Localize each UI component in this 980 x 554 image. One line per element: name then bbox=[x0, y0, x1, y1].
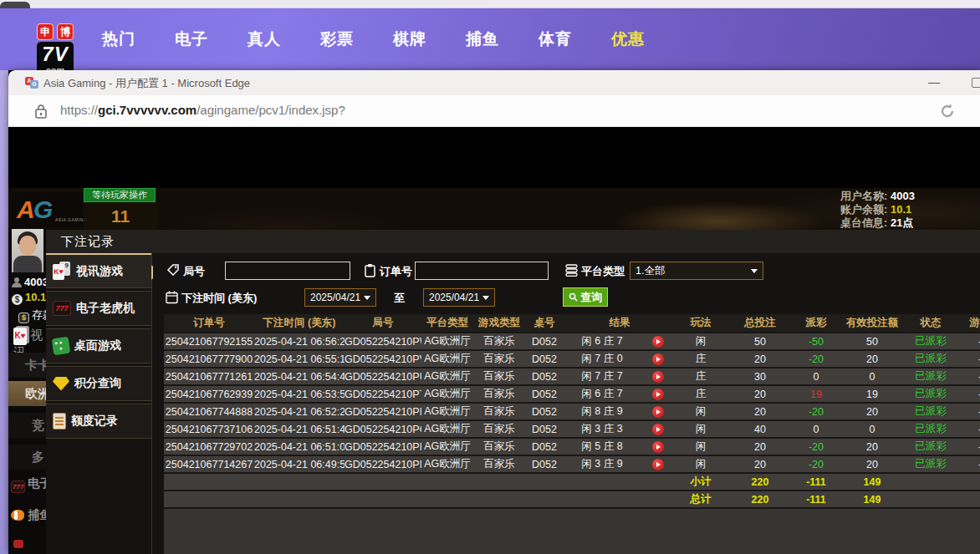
subtotal-row: 小计 220 -111 149 bbox=[164, 473, 980, 490]
table-row: 2504210677921552025-04-21 06:56:28 GD052… bbox=[164, 333, 980, 350]
platform-list-icon bbox=[564, 263, 579, 277]
slot-machine-icon: 777 bbox=[53, 301, 71, 316]
total-row: 总计 220 -111 149 bbox=[164, 490, 980, 508]
balance-value: 10.1 bbox=[891, 203, 911, 216]
empty-row bbox=[164, 508, 980, 541]
rail-item-cut bbox=[13, 540, 23, 548]
play-video-button[interactable] bbox=[652, 459, 664, 470]
menu-item-quota-records[interactable]: 额度记录 bbox=[46, 404, 151, 439]
balance-label: 账户余额: bbox=[840, 203, 887, 216]
tag-icon bbox=[166, 263, 181, 277]
platform-type-select[interactable]: 1.全部 bbox=[630, 262, 763, 280]
col-result: 结果 bbox=[564, 314, 676, 333]
total-label: 总计 bbox=[676, 490, 726, 508]
col-game: 游戏 bbox=[955, 314, 980, 333]
menu-item-points-query[interactable]: 积分查询 bbox=[46, 366, 151, 401]
clipboard-icon bbox=[363, 263, 377, 277]
logo-badge-bo: 博 bbox=[57, 23, 74, 40]
play-video-button[interactable] bbox=[652, 371, 664, 383]
nav-item-hot[interactable]: 热门 bbox=[102, 28, 135, 50]
col-valid: 有效投注额 bbox=[838, 314, 906, 333]
col-platform: 平台类型 bbox=[421, 314, 473, 333]
table-row: 2504210677712612025-04-21 06:54:40 GD052… bbox=[164, 368, 980, 385]
minimize-button[interactable]: — bbox=[921, 70, 947, 95]
countdown-timer: 11 bbox=[84, 202, 157, 230]
table-row: 2504210677371062025-04-21 06:51:46 GD052… bbox=[164, 420, 980, 438]
table-info-label: 桌台信息: bbox=[840, 216, 887, 229]
round-no-input[interactable] bbox=[225, 262, 350, 280]
points-diamond-icon bbox=[53, 377, 69, 391]
col-game-type: 游戏类型 bbox=[473, 314, 525, 333]
bet-time-label: 下注时间 (美东) bbox=[181, 291, 257, 306]
table-header-row: 订单号 下注时间 (美东) 局号 平台类型 游戏类型 桌号 结果 玩法 总投注 … bbox=[164, 314, 980, 333]
url-text[interactable]: https://gci.7vvvvvv.com/agingame/pcv1/in… bbox=[60, 103, 345, 117]
avatar[interactable] bbox=[12, 229, 43, 272]
moneybag-icon: $ bbox=[12, 294, 23, 305]
play-video-button[interactable] bbox=[652, 389, 664, 400]
play-video-button[interactable] bbox=[652, 406, 664, 418]
search-button[interactable]: 查询 bbox=[563, 287, 608, 307]
order-no-label: 订单号 bbox=[380, 264, 412, 279]
logo-badge-shen: 申 bbox=[37, 23, 54, 40]
rail-balance: $10.1 bbox=[12, 291, 46, 305]
play-video-button[interactable] bbox=[652, 336, 664, 348]
account-info-panel: 用户名称: 4003 账户余额: 10.1 桌台信息: 21点 bbox=[840, 190, 980, 230]
person-icon bbox=[12, 277, 22, 287]
url-bar[interactable]: https://gci.7vvvvvv.com/agingame/pcv1/in… bbox=[8, 95, 980, 127]
background-window-strip bbox=[0, 0, 980, 8]
menu-item-slot-machines[interactable]: 777 电子老虎机 bbox=[46, 291, 151, 326]
nav-item-cards[interactable]: 棋牌 bbox=[393, 28, 426, 50]
slots-777-icon: 777 bbox=[11, 480, 25, 493]
ag-brand-caption: ASIA GAMING bbox=[55, 217, 87, 222]
chevron-down-icon bbox=[364, 296, 370, 300]
subtotal-label: 小计 bbox=[676, 473, 726, 490]
search-icon bbox=[569, 292, 578, 302]
page-edge-strip bbox=[0, 70, 8, 554]
col-round: 局号 bbox=[345, 314, 421, 333]
play-video-button[interactable] bbox=[652, 441, 664, 453]
menu-item-video-games[interactable]: K♥9 视讯游戏 bbox=[46, 253, 151, 288]
refresh-icon[interactable] bbox=[938, 102, 957, 120]
nav-item-sports[interactable]: 体育 bbox=[538, 28, 572, 50]
records-doc-icon bbox=[53, 413, 66, 429]
playing-card-icon: K♥ bbox=[13, 328, 27, 345]
status-badge: 等待玩家操作 bbox=[84, 188, 156, 202]
menu-item-table-games[interactable]: 桌面游戏 bbox=[46, 328, 151, 363]
rail-username: 4003 bbox=[12, 276, 48, 288]
col-status: 状态 bbox=[906, 314, 955, 333]
ag-favicon-icon: AG bbox=[25, 77, 38, 89]
lock-icon bbox=[33, 103, 48, 119]
maximize-button[interactable] bbox=[972, 78, 980, 88]
date-to-select[interactable]: 2025/04/21 bbox=[423, 288, 495, 307]
modal-title: 下注记录 bbox=[46, 230, 980, 253]
nav-item-fishing[interactable]: 捕鱼 bbox=[466, 28, 499, 50]
date-from-select[interactable]: 2025/04/21 bbox=[304, 288, 376, 307]
nav-item-live[interactable]: 真人 bbox=[248, 28, 281, 50]
table-info-value: 21点 bbox=[891, 216, 913, 229]
modal-content: 局号 订单号 平台类型 1.全部 bbox=[153, 253, 980, 554]
betting-records-modal: 下注记录 K♥9 视讯游戏 777 电子老虎机 桌面游戏 bbox=[46, 230, 980, 554]
round-no-label: 局号 bbox=[183, 264, 205, 279]
nav-item-slots[interactable]: 电子 bbox=[175, 28, 208, 50]
table-games-icon bbox=[52, 337, 71, 356]
video-cards-icon: K♥9 bbox=[53, 262, 71, 282]
play-video-button[interactable] bbox=[652, 353, 664, 365]
site-nav: 申 博 7V com 热门 电子 真人 彩票 棋牌 捕鱼 体育 优惠 bbox=[0, 8, 980, 70]
game-page: A G ASIA GAMING 等待玩家操作 11 用户名称: 4003 账户余… bbox=[8, 127, 980, 554]
to-label: 至 bbox=[394, 291, 405, 306]
col-bet: 总投注 bbox=[726, 314, 794, 333]
table-row: 2504210677779002025-04-21 06:55:16 GD052… bbox=[164, 350, 980, 368]
fish-icon bbox=[11, 510, 24, 521]
platform-type-label: 平台类型 bbox=[581, 264, 625, 279]
nav-item-lottery[interactable]: 彩票 bbox=[320, 28, 354, 50]
edge-window: AG Asia Gaming - 用户配置 1 - Microsoft Edge… bbox=[8, 70, 980, 554]
table-row: 2504210677448882025-04-21 06:52:28 GD052… bbox=[164, 403, 980, 420]
chevron-down-icon bbox=[482, 296, 489, 300]
order-no-input[interactable] bbox=[415, 262, 549, 280]
ag-brand-logo: A G ASIA GAMING bbox=[12, 192, 92, 227]
play-video-button[interactable] bbox=[652, 424, 664, 435]
nav-item-promo[interactable]: 优惠 bbox=[611, 28, 645, 50]
chevron-down-icon bbox=[751, 269, 758, 273]
col-order: 订单号 bbox=[164, 314, 254, 333]
col-play: 玩法 bbox=[676, 314, 726, 333]
